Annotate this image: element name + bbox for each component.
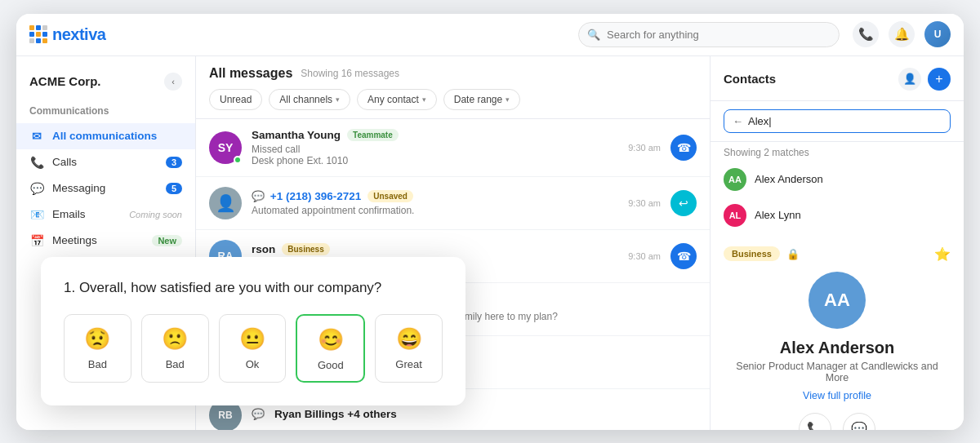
sidebar-item-label: Emails (52, 208, 86, 220)
contact-result-alex-anderson[interactable]: AA Alex Anderson (710, 162, 964, 197)
contact-card-title: Senior Product Manager at Candlewicks an… (724, 361, 951, 383)
emails-coming-soon: Coming soon (129, 210, 182, 219)
msg-badge: Business (282, 243, 329, 255)
call-action-button[interactable]: ☎ (670, 135, 697, 161)
survey-options: 😟 Bad 🙁 Bad 😐 Ok 😊 Good 😄 Great (64, 314, 443, 383)
call-action-button[interactable]: ☎ (670, 243, 697, 269)
contact-card: Business 🔒 ⭐ AA Alex Anderson Senior Pro… (710, 233, 964, 430)
logo-text: nextiva (52, 25, 105, 44)
date-arrow-icon: ▾ (506, 95, 510, 104)
sidebar-item-messaging[interactable]: 💬 Messaging 5 (16, 175, 195, 202)
contacts-person-add-icon-button[interactable]: 👤 (898, 68, 921, 91)
ok-label: Ok (246, 358, 260, 370)
contacts-matches: Showing 2 matches (710, 142, 964, 162)
contacts-panel: Contacts 👤 + ← Showing 2 matches AA Alex… (710, 56, 964, 430)
msg-preview: Automated appointment confirmation. (252, 205, 618, 216)
sidebar-toggle-button[interactable]: ‹ (164, 73, 182, 91)
contacts-header-actions: 👤 + (898, 68, 951, 91)
contact-arrow-icon: ▾ (422, 95, 426, 104)
meetings-icon: 📅 (29, 234, 44, 247)
msg-badge: Unsaved (368, 190, 413, 202)
sidebar-item-emails[interactable]: 📧 Emails Coming soon (16, 202, 195, 228)
msg-content: 💬 Ryan Billings +4 others (252, 408, 697, 423)
view-full-profile-link[interactable]: View full profile (724, 390, 951, 401)
sidebar-section-label: Communications (16, 102, 195, 123)
sidebar-item-calls[interactable]: 📞 Calls 3 (16, 149, 195, 175)
contact-result-avatar: AL (724, 204, 746, 227)
messages-filters: Unread All channels ▾ Any contact ▾ Date… (209, 89, 697, 110)
phone-icon-button[interactable]: 📞 (853, 21, 879, 47)
msg-time: 9:30 am (628, 251, 661, 261)
messages-count: Showing 16 messages (301, 68, 399, 79)
sidebar-item-label: Messaging (52, 182, 105, 194)
sidebar-item-meetings[interactable]: 📅 Meetings New (16, 228, 195, 254)
contact-message-button[interactable]: 💬 (843, 413, 875, 430)
sidebar-item-label: Meetings (52, 234, 97, 246)
msg-name: Ryan Billings +4 others (274, 408, 397, 420)
contacts-add-button[interactable]: + (928, 68, 951, 91)
survey-option-bad[interactable]: 🙁 Bad (141, 314, 209, 383)
calls-badge: 3 (166, 157, 182, 168)
contacts-search-input[interactable] (748, 115, 942, 127)
great-label: Great (395, 358, 422, 370)
filter-unread[interactable]: Unread (209, 89, 262, 110)
survey-option-ok[interactable]: 😐 Ok (219, 314, 287, 383)
good-emoji: 😊 (318, 327, 344, 352)
search-input[interactable] (578, 22, 840, 47)
survey-option-terrible[interactable]: 😟 Bad (64, 314, 131, 383)
msg-name: Samantha Young (252, 129, 341, 141)
contact-call-button[interactable]: 📞 (799, 413, 831, 430)
emails-icon: 📧 (29, 208, 44, 221)
ok-emoji: 😐 (239, 326, 265, 352)
messages-title-row: All messages Showing 16 messages (209, 66, 697, 81)
topbar-actions: 📞 🔔 U (853, 21, 951, 47)
app-container: nextiva 🔍 📞 🔔 U ACME Corp. ‹ Communicati… (16, 14, 964, 430)
bad-label: Bad (166, 358, 185, 370)
survey-option-great[interactable]: 😄 Great (375, 314, 443, 383)
msg-name-row: 💬 Ryan Billings +4 others (252, 408, 697, 420)
user-avatar[interactable]: U (924, 21, 951, 47)
good-label: Good (318, 359, 344, 371)
msg-name: 💬 +1 (218) 396-2721 (252, 190, 361, 202)
msg-badge: Teammate (347, 129, 399, 141)
messages-title: All messages (209, 66, 292, 81)
message-item[interactable]: SY Samantha Young Teammate Missed call D… (196, 119, 710, 177)
msg-name-row: Samantha Young Teammate (252, 129, 618, 141)
contact-business-badge: Business (724, 246, 780, 261)
sidebar-item-all-communications[interactable]: ✉ All communications (16, 123, 195, 149)
contact-card-actions: 📞 💬 (724, 413, 951, 430)
notification-icon-button[interactable]: 🔔 (889, 21, 915, 47)
sidebar-item-label: All communications (52, 130, 157, 142)
survey-option-good[interactable]: 😊 Good (296, 314, 365, 383)
survey-question: 1. Overall, how satisfied are you with o… (64, 280, 443, 296)
msg-name-row: rson Business (252, 243, 618, 255)
msg-time: 9:30 am (628, 143, 661, 153)
contact-result-avatar: AA (724, 168, 746, 191)
contact-avatar: AA (808, 272, 866, 329)
sidebar-company: ACME Corp. ‹ (16, 66, 195, 102)
contact-card-top: Business 🔒 ⭐ (724, 246, 951, 262)
star-icon[interactable]: ⭐ (934, 246, 951, 262)
meetings-new-badge: New (152, 235, 182, 246)
filter-channels[interactable]: All channels ▾ (269, 89, 350, 110)
search-bar[interactable]: 🔍 (578, 22, 840, 47)
messaging-badge: 5 (166, 183, 182, 194)
filter-contact[interactable]: Any contact ▾ (357, 89, 437, 110)
contacts-search-input-wrap: ← (724, 109, 951, 133)
msg-avatar: 👤 (209, 187, 242, 219)
contacts-header: Contacts 👤 + (710, 56, 964, 101)
terrible-label: Bad (88, 358, 107, 370)
survey-overlay: 1. Overall, how satisfied are you with o… (41, 257, 466, 405)
topbar: nextiva 🔍 📞 🔔 U (16, 14, 964, 56)
contact-result-alex-lynn[interactable]: AL Alex Lynn (710, 197, 964, 233)
message-item[interactable]: 👤 💬 +1 (218) 396-2721 Unsaved Automated … (196, 177, 710, 230)
contacts-search: ← (710, 101, 964, 142)
all-communications-icon: ✉ (29, 130, 44, 143)
terrible-emoji: 😟 (84, 326, 110, 352)
msg-name-row: 💬 +1 (218) 396-2721 Unsaved (252, 190, 618, 202)
contact-badge-row: Business 🔒 (724, 246, 800, 261)
reply-action-button[interactable]: ↩ (670, 190, 697, 216)
search-back-icon[interactable]: ← (733, 115, 743, 127)
search-icon: 🔍 (587, 29, 600, 41)
filter-date[interactable]: Date range ▾ (443, 89, 520, 110)
